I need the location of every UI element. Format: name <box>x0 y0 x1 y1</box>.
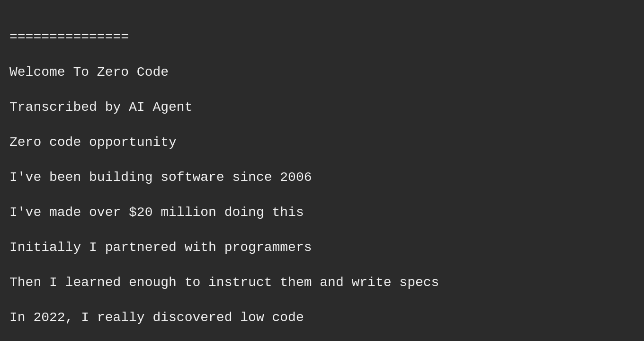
text-line-subtitle: Transcribed by AI Agent <box>9 94 635 121</box>
text-line-blank5 <box>9 191 635 199</box>
text-line-blank4 <box>9 156 635 164</box>
text-line-separator: =============== <box>9 24 635 51</box>
text-line-blank6 <box>9 226 635 234</box>
text-line-opportunity: Zero code opportunity <box>9 129 635 156</box>
text-line-blank1 <box>9 51 635 59</box>
text-line-blank2 <box>9 86 635 94</box>
text-line-million: I've made over $20 million doing this <box>9 199 635 226</box>
text-line-initially: Initially I partnered with programmers <box>9 234 635 261</box>
text-line-then: Then I learned enough to instruct them a… <box>9 269 635 296</box>
text-line-since: I've been building software since 2006 <box>9 164 635 191</box>
main-content: ===============Welcome To Zero CodeTrans… <box>0 0 644 341</box>
text-line-lowcode: In 2022, I really discovered low code <box>9 304 635 332</box>
text-line-ultimate: This is the ultimate evolution which is … <box>9 339 635 341</box>
text-line-blank7 <box>9 261 635 269</box>
text-line-title: Welcome To Zero Code <box>9 59 635 86</box>
text-line-blank3 <box>9 121 635 129</box>
text-line-blank8 <box>9 296 635 304</box>
text-line-blank9 <box>9 332 635 339</box>
